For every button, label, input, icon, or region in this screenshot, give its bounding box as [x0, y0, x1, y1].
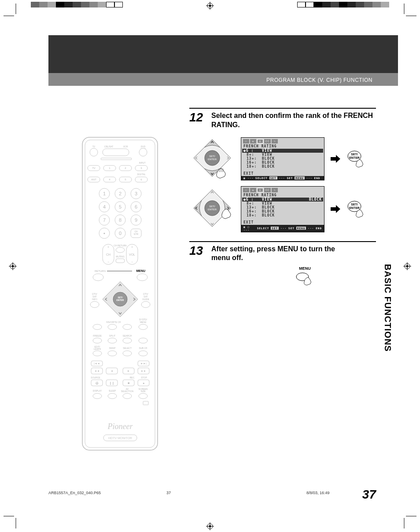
svg-text:SET/: SET/: [209, 205, 215, 208]
svg-text:−: −: [107, 260, 109, 264]
svg-text:2: 2: [119, 191, 122, 196]
svg-point-142: [93, 393, 102, 399]
footer: ARB1557A_En_032_040.P65 37 8/8/03, 16:49: [48, 491, 372, 495]
svg-point-93: [93, 324, 102, 330]
registration-mark-left: [9, 262, 17, 270]
svg-text:MUTING: MUTING: [116, 255, 125, 258]
svg-text:+: +: [131, 246, 133, 249]
svg-text:SWAP: SWAP: [109, 347, 116, 349]
svg-text:NTR: NTR: [134, 233, 139, 235]
svg-text:INFO: INFO: [92, 298, 97, 301]
svg-point-94: [108, 324, 117, 330]
svg-text:CH RETURN: CH RETURN: [114, 244, 127, 247]
svg-text:TV: TV: [92, 145, 96, 148]
svg-text:MENU: MENU: [140, 321, 147, 323]
registration-mark-right: [403, 262, 411, 270]
svg-text:GUIDE: GUIDE: [142, 298, 150, 301]
svg-point-1: [209, 5, 211, 7]
osd-tabs: ▭◉⊞ CC✎: [241, 187, 324, 193]
osd-row-2: SET/ ENTER ▭◉⊞ CC✎ FRENCH RATING: [189, 186, 376, 232]
svg-point-145: [139, 393, 147, 399]
svg-text:SET/: SET/: [209, 155, 215, 158]
svg-text:RETURN: RETURN: [95, 270, 106, 272]
step-text: After setting, press MENU to turn the me…: [211, 245, 348, 263]
crop-mark-tr: [401, 4, 416, 19]
svg-text:FAVORITE CH: FAVORITE CH: [107, 321, 121, 323]
svg-text:8: 8: [119, 217, 122, 223]
crop-mark-bl: [4, 513, 19, 528]
svg-text:3: 3: [135, 191, 137, 196]
svg-text:ENTER: ENTER: [208, 158, 217, 161]
svg-text:⏻: ⏻: [96, 382, 99, 385]
svg-text:6: 6: [135, 204, 137, 209]
osd-row-1: SET/ ENTER ▭◉⊞ CC✎: [189, 137, 376, 181]
rule: [189, 108, 376, 109]
header-title: PROGRAM BLOCK (V. CHIP) FUNCTION: [266, 77, 372, 83]
dpad-updown-icon: SET/ ENTER: [189, 137, 236, 181]
color-bar-right: [297, 2, 389, 7]
svg-text:4: 4: [103, 204, 106, 209]
rule: [189, 241, 376, 242]
osd-screen-2: ▭◉⊞ CC✎ FRENCH RATING ●G :VIEWBLOCK 8+:V…: [241, 186, 324, 232]
svg-text:VCR: VCR: [123, 145, 128, 148]
svg-text:SELECT: SELECT: [123, 347, 131, 349]
svg-text:●: ●: [143, 382, 144, 385]
osd-title: FRENCH RATING: [241, 144, 324, 149]
svg-text:INPUT: INPUT: [139, 161, 146, 164]
crop-mark-br: [401, 513, 416, 528]
crop-mark-tl: [4, 4, 19, 19]
osd-screen-1: ▭◉⊞ CC✎ FRENCH RATING ●G :VIEW 8+:VIEW 1…: [241, 137, 324, 180]
svg-point-89: [141, 301, 150, 308]
svg-text:TV: TV: [92, 167, 96, 169]
color-bar-left: [31, 2, 123, 7]
svg-text:LEARN: LEARN: [94, 348, 101, 350]
registration-mark-bottom: [206, 522, 214, 530]
footer-file: ARB1557A_En_032_040.P65: [48, 491, 114, 495]
svg-point-112: [139, 351, 147, 356]
svg-rect-65: [116, 259, 125, 263]
svg-text:7: 7: [103, 217, 106, 223]
svg-point-7: [209, 525, 211, 528]
svg-text:◄◄: ◄◄: [94, 370, 99, 372]
svg-text:5: 5: [119, 204, 122, 209]
svg-text:DISPLAY: DISPLAY: [93, 389, 102, 392]
svg-text:SPLIT: SPLIT: [109, 334, 115, 337]
svg-text:ENTER: ENTER: [349, 156, 360, 159]
svg-text:SET/: SET/: [351, 153, 358, 156]
osd-tabs: ▭◉⊞ CC✎: [241, 138, 324, 144]
svg-point-95: [123, 324, 132, 330]
svg-text:9: 9: [135, 217, 137, 223]
registration-mark-top: [206, 2, 214, 10]
svg-text:ENTER: ENTER: [349, 206, 360, 209]
svg-text:+: +: [107, 246, 109, 249]
svg-point-110: [108, 351, 117, 356]
svg-text:►►|: ►►|: [140, 362, 147, 365]
svg-text:■: ■: [128, 382, 129, 385]
svg-point-5: [406, 265, 409, 267]
svg-text:SET/: SET/: [351, 203, 358, 206]
footer-date: 8/8/03, 16:49: [232, 491, 372, 495]
svg-point-3: [12, 265, 14, 267]
svg-text:−: −: [131, 260, 133, 264]
step-13: 13 After setting, press MENU to turn the…: [189, 245, 376, 288]
svg-text:VOL: VOL: [129, 253, 135, 256]
arrow-right-icon: [330, 203, 341, 215]
svg-rect-146: [143, 401, 148, 405]
svg-text:0: 0: [119, 231, 122, 236]
step-number: 12: [189, 111, 207, 130]
header-band: PROGRAM BLOCK (V. CHIP) FUNCTION: [48, 35, 398, 86]
svg-text:►: ►: [127, 370, 130, 372]
svg-text:SELECTION: SELECTION: [121, 390, 134, 393]
svg-text:SUB CH: SUB CH: [139, 347, 147, 349]
arrow-right-icon: [330, 153, 341, 165]
svg-point-78: [137, 274, 147, 281]
svg-text:•: •: [103, 231, 105, 236]
osd-title: FRENCH RATING: [241, 193, 324, 198]
svg-text:❙❙: ❙❙: [109, 382, 114, 385]
svg-text:MENU: MENU: [136, 269, 145, 272]
svg-point-102: [123, 338, 132, 343]
menu-button-icon: MENU: [262, 266, 348, 287]
svg-text:CBL/SAT: CBL/SAT: [104, 145, 113, 148]
svg-text:FREEZE: FREEZE: [93, 334, 102, 337]
svg-text:◄: ◄: [111, 370, 113, 372]
